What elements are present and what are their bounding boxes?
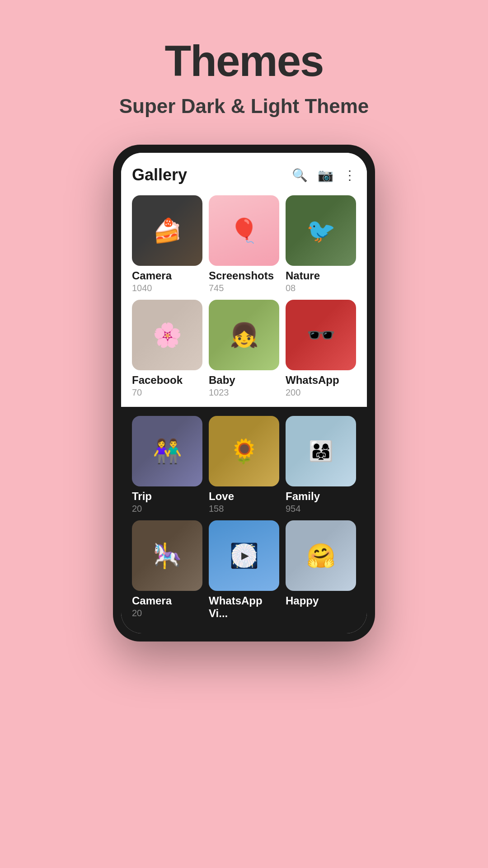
camera-icon[interactable]: 📷 [318, 168, 333, 183]
album-thumbnail [209, 195, 279, 266]
album-thumbnail [132, 195, 202, 266]
dark-album-grid: Trip 20 Love 158 Family 954 [132, 416, 356, 621]
album-name: Happy [286, 594, 356, 607]
album-name: Camera [132, 269, 202, 282]
album-item[interactable]: Camera 20 [132, 520, 202, 621]
gallery-dark-section: Trip 20 Love 158 Family 954 [121, 407, 367, 633]
page-subtitle: Super Dark & Light Theme [119, 95, 369, 118]
album-name: Camera [132, 594, 202, 607]
album-count: 200 [286, 387, 356, 398]
album-thumbnail [209, 300, 279, 370]
phone-device: Gallery 🔍 📷 ⋮ Camera 1040 Screenshots [113, 145, 375, 642]
light-album-grid: Camera 1040 Screenshots 745 Nature 08 [132, 195, 356, 398]
album-count: 158 [209, 504, 279, 514]
album-item[interactable]: Happy [286, 520, 356, 621]
gallery-title: Gallery [132, 165, 187, 184]
album-item-whatsapp-video[interactable]: WhatsApp Vi... [209, 520, 279, 621]
album-item[interactable]: Facebook 70 [132, 300, 202, 398]
header-icons: 🔍 📷 ⋮ [292, 168, 356, 183]
album-name: Facebook [132, 374, 202, 387]
album-item[interactable]: Baby 1023 [209, 300, 279, 398]
album-name: WhatsApp Vi... [209, 594, 279, 620]
page-title: Themes [165, 36, 324, 86]
album-count: 20 [132, 608, 202, 618]
album-thumbnail [132, 300, 202, 370]
album-thumbnail [286, 195, 356, 266]
album-thumbnail [286, 416, 356, 486]
album-item-whatsapp[interactable]: WhatsApp 200 [286, 300, 356, 398]
search-icon[interactable]: 🔍 [292, 168, 308, 183]
album-count: 70 [132, 387, 202, 398]
album-name: Love [209, 490, 279, 503]
album-count: 08 [286, 283, 356, 293]
gallery-light-section: Gallery 🔍 📷 ⋮ Camera 1040 Screenshots [121, 153, 367, 407]
album-thumbnail [132, 416, 202, 486]
album-thumbnail [286, 520, 356, 591]
album-name: Nature [286, 269, 356, 282]
album-name: Baby [209, 374, 279, 387]
album-item[interactable]: Nature 08 [286, 195, 356, 293]
album-thumbnail [132, 520, 202, 591]
album-item[interactable]: Screenshots 745 [209, 195, 279, 293]
album-name: Screenshots [209, 269, 279, 282]
phone-screen: Gallery 🔍 📷 ⋮ Camera 1040 Screenshots [121, 153, 367, 633]
play-button[interactable] [232, 543, 256, 568]
album-count: 1040 [132, 283, 202, 293]
album-item[interactable]: Camera 1040 [132, 195, 202, 293]
album-name: Family [286, 490, 356, 503]
album-count: 1023 [209, 387, 279, 398]
album-name: Trip [132, 490, 202, 503]
album-count: 20 [132, 504, 202, 514]
album-thumbnail [209, 416, 279, 486]
album-item[interactable]: Love 158 [209, 416, 279, 514]
album-item-family[interactable]: Family 954 [286, 416, 356, 514]
album-count: 745 [209, 283, 279, 293]
album-name: WhatsApp [286, 374, 356, 387]
gallery-header: Gallery 🔍 📷 ⋮ [132, 165, 356, 184]
album-thumbnail [209, 520, 279, 591]
album-item[interactable]: Trip 20 [132, 416, 202, 514]
album-count: 954 [286, 504, 356, 514]
more-icon[interactable]: ⋮ [343, 168, 356, 183]
album-thumbnail [286, 300, 356, 370]
